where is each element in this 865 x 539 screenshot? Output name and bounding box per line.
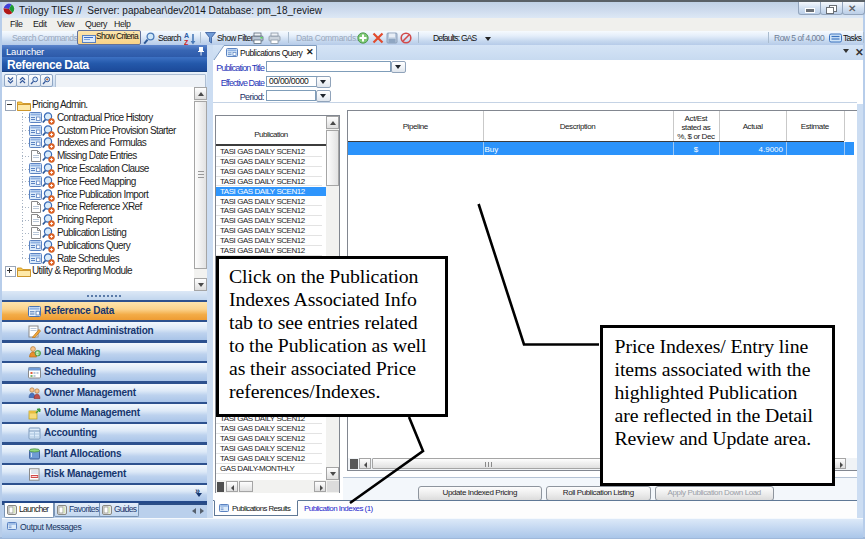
svg-text:A: A	[184, 32, 189, 39]
